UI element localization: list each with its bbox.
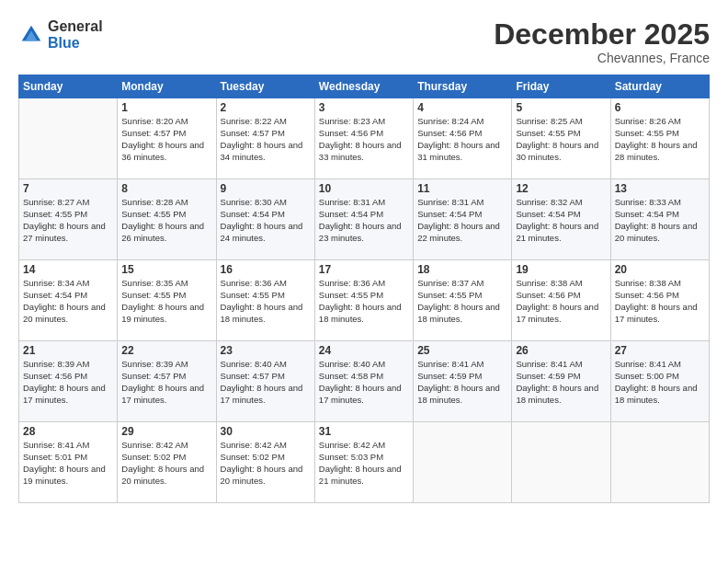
calendar-cell: 4Sunrise: 8:24 AMSunset: 4:56 PMDaylight… (414, 98, 512, 179)
calendar-cell: 19Sunrise: 8:38 AMSunset: 4:56 PMDayligh… (512, 260, 610, 341)
day-number: 13 (615, 182, 705, 195)
calendar-cell: 15Sunrise: 8:35 AMSunset: 4:55 PMDayligh… (118, 260, 216, 341)
day-number: 20 (615, 263, 705, 276)
day-number: 25 (417, 344, 507, 357)
calendar-cell: 10Sunrise: 8:31 AMSunset: 4:54 PMDayligh… (314, 179, 413, 260)
calendar-cell: 24Sunrise: 8:40 AMSunset: 4:58 PMDayligh… (314, 341, 413, 422)
calendar-cell: 21Sunrise: 8:39 AMSunset: 4:56 PMDayligh… (19, 341, 118, 422)
calendar-cell (414, 422, 512, 503)
page-header: General Blue December 2025 Chevannes, Fr… (18, 18, 710, 65)
day-number: 11 (417, 182, 507, 195)
day-detail: Sunrise: 8:41 AMSunset: 4:59 PMDaylight:… (417, 359, 507, 406)
day-detail: Sunrise: 8:39 AMSunset: 4:57 PMDaylight:… (121, 359, 211, 406)
day-detail: Sunrise: 8:42 AMSunset: 5:02 PMDaylight:… (121, 440, 211, 487)
day-number: 17 (319, 263, 409, 276)
day-number: 29 (121, 425, 211, 438)
day-number: 2 (221, 101, 311, 114)
day-number: 26 (516, 344, 606, 357)
day-number: 12 (516, 182, 606, 195)
calendar-cell: 12Sunrise: 8:32 AMSunset: 4:54 PMDayligh… (512, 179, 610, 260)
calendar-cell: 13Sunrise: 8:33 AMSunset: 4:54 PMDayligh… (610, 179, 709, 260)
calendar-cell: 16Sunrise: 8:36 AMSunset: 4:55 PMDayligh… (216, 260, 314, 341)
day-number: 19 (516, 263, 606, 276)
day-detail: Sunrise: 8:40 AMSunset: 4:58 PMDaylight:… (319, 359, 409, 406)
day-number: 6 (615, 101, 705, 114)
day-number: 15 (121, 263, 211, 276)
weekday-header-monday: Monday (118, 75, 216, 98)
day-detail: Sunrise: 8:36 AMSunset: 4:55 PMDaylight:… (319, 278, 409, 325)
calendar-cell (19, 98, 118, 179)
day-number: 22 (121, 344, 211, 357)
day-detail: Sunrise: 8:20 AMSunset: 4:57 PMDaylight:… (121, 116, 211, 163)
weekday-header-thursday: Thursday (414, 75, 512, 98)
calendar-table: SundayMondayTuesdayWednesdayThursdayFrid… (18, 75, 710, 503)
calendar-cell: 23Sunrise: 8:40 AMSunset: 4:57 PMDayligh… (216, 341, 314, 422)
calendar-cell: 9Sunrise: 8:30 AMSunset: 4:54 PMDaylight… (216, 179, 314, 260)
day-number: 18 (417, 263, 507, 276)
week-row-4: 21Sunrise: 8:39 AMSunset: 4:56 PMDayligh… (19, 341, 710, 422)
day-detail: Sunrise: 8:41 AMSunset: 5:01 PMDaylight:… (23, 440, 113, 487)
day-detail: Sunrise: 8:38 AMSunset: 4:56 PMDaylight:… (516, 278, 606, 325)
day-number: 28 (23, 425, 113, 438)
location: Chevannes, France (494, 51, 710, 65)
calendar-cell: 28Sunrise: 8:41 AMSunset: 5:01 PMDayligh… (19, 422, 118, 503)
calendar-cell: 7Sunrise: 8:27 AMSunset: 4:55 PMDaylight… (19, 179, 118, 260)
calendar-cell: 2Sunrise: 8:22 AMSunset: 4:57 PMDaylight… (216, 98, 314, 179)
logo-blue: Blue (48, 35, 80, 51)
weekday-header-saturday: Saturday (610, 75, 709, 98)
calendar-cell: 29Sunrise: 8:42 AMSunset: 5:02 PMDayligh… (118, 422, 216, 503)
calendar-cell: 1Sunrise: 8:20 AMSunset: 4:57 PMDaylight… (118, 98, 216, 179)
day-detail: Sunrise: 8:25 AMSunset: 4:55 PMDaylight:… (516, 116, 606, 163)
day-detail: Sunrise: 8:41 AMSunset: 5:00 PMDaylight:… (615, 359, 705, 406)
day-number: 5 (516, 101, 606, 114)
day-number: 23 (221, 344, 311, 357)
day-detail: Sunrise: 8:42 AMSunset: 5:03 PMDaylight:… (319, 440, 409, 487)
day-detail: Sunrise: 8:23 AMSunset: 4:56 PMDaylight:… (319, 116, 409, 163)
calendar-cell (610, 422, 709, 503)
day-number: 3 (319, 101, 409, 114)
day-detail: Sunrise: 8:26 AMSunset: 4:55 PMDaylight:… (615, 116, 705, 163)
calendar-cell: 11Sunrise: 8:31 AMSunset: 4:54 PMDayligh… (414, 179, 512, 260)
month-title: December 2025 (494, 18, 710, 51)
calendar-cell: 6Sunrise: 8:26 AMSunset: 4:55 PMDaylight… (610, 98, 709, 179)
day-detail: Sunrise: 8:22 AMSunset: 4:57 PMDaylight:… (221, 116, 311, 163)
calendar-cell: 25Sunrise: 8:41 AMSunset: 4:59 PMDayligh… (414, 341, 512, 422)
calendar-cell: 3Sunrise: 8:23 AMSunset: 4:56 PMDaylight… (314, 98, 413, 179)
weekday-header-tuesday: Tuesday (216, 75, 314, 98)
calendar-cell: 18Sunrise: 8:37 AMSunset: 4:55 PMDayligh… (414, 260, 512, 341)
day-number: 10 (319, 182, 409, 195)
day-detail: Sunrise: 8:24 AMSunset: 4:56 PMDaylight:… (417, 116, 507, 163)
week-row-1: 1Sunrise: 8:20 AMSunset: 4:57 PMDaylight… (19, 98, 710, 179)
calendar-cell: 17Sunrise: 8:36 AMSunset: 4:55 PMDayligh… (314, 260, 413, 341)
day-number: 24 (319, 344, 409, 357)
day-detail: Sunrise: 8:41 AMSunset: 4:59 PMDaylight:… (516, 359, 606, 406)
title-block: December 2025 Chevannes, France (494, 18, 710, 65)
day-detail: Sunrise: 8:38 AMSunset: 4:56 PMDaylight:… (615, 278, 705, 325)
day-detail: Sunrise: 8:40 AMSunset: 4:57 PMDaylight:… (221, 359, 311, 406)
weekday-header-row: SundayMondayTuesdayWednesdayThursdayFrid… (19, 75, 710, 98)
logo: General Blue (18, 18, 103, 51)
logo-text: General Blue (48, 18, 103, 51)
day-detail: Sunrise: 8:34 AMSunset: 4:54 PMDaylight:… (23, 278, 113, 325)
day-number: 30 (221, 425, 311, 438)
day-detail: Sunrise: 8:33 AMSunset: 4:54 PMDaylight:… (615, 197, 705, 244)
day-number: 8 (121, 182, 211, 195)
day-number: 14 (23, 263, 113, 276)
day-detail: Sunrise: 8:39 AMSunset: 4:56 PMDaylight:… (23, 359, 113, 406)
day-number: 1 (121, 101, 211, 114)
day-detail: Sunrise: 8:36 AMSunset: 4:55 PMDaylight:… (221, 278, 311, 325)
logo-general: General (48, 18, 103, 34)
calendar-cell: 14Sunrise: 8:34 AMSunset: 4:54 PMDayligh… (19, 260, 118, 341)
calendar-cell: 20Sunrise: 8:38 AMSunset: 4:56 PMDayligh… (610, 260, 709, 341)
day-number: 21 (23, 344, 113, 357)
calendar-page: General Blue December 2025 Chevannes, Fr… (0, 0, 728, 563)
calendar-cell: 31Sunrise: 8:42 AMSunset: 5:03 PMDayligh… (314, 422, 413, 503)
calendar-cell: 30Sunrise: 8:42 AMSunset: 5:02 PMDayligh… (216, 422, 314, 503)
calendar-cell: 27Sunrise: 8:41 AMSunset: 5:00 PMDayligh… (610, 341, 709, 422)
week-row-3: 14Sunrise: 8:34 AMSunset: 4:54 PMDayligh… (19, 260, 710, 341)
calendar-cell (512, 422, 610, 503)
day-number: 31 (319, 425, 409, 438)
day-detail: Sunrise: 8:27 AMSunset: 4:55 PMDaylight:… (23, 197, 113, 244)
week-row-5: 28Sunrise: 8:41 AMSunset: 5:01 PMDayligh… (19, 422, 710, 503)
weekday-header-wednesday: Wednesday (314, 75, 413, 98)
